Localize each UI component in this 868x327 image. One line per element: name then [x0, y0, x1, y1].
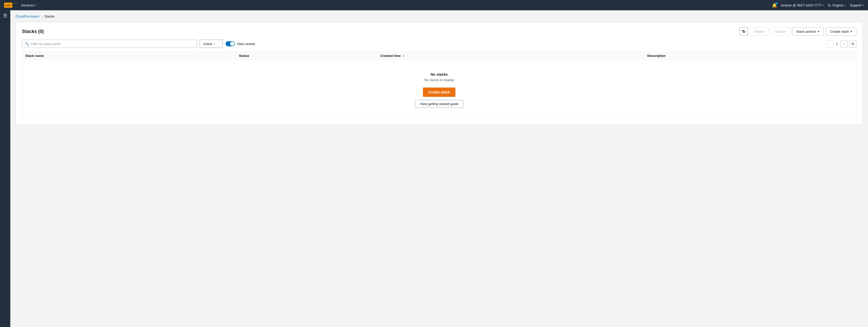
empty-state-title: No stacks [28, 72, 850, 76]
col-status: Status [236, 52, 377, 60]
toolbar-row: 🔍 Active ▾ View nested [22, 40, 857, 48]
aws-logo-box: aws [4, 3, 12, 8]
main-content: CloudFormation › Stacks Stacks (0) ↻ Del… [10, 10, 868, 327]
create-stack-caret-icon: ▾ [850, 30, 852, 33]
filter-dropdown[interactable]: Active ▾ [200, 40, 223, 48]
col-created-time[interactable]: Created time ▼ [377, 52, 644, 60]
refresh-button[interactable]: ↻ [739, 27, 748, 36]
sort-icon: ▼ [403, 55, 405, 57]
empty-create-stack-label: Create stack [428, 90, 450, 94]
breadcrumb-separator: › [41, 15, 42, 18]
view-nested-label: View nested [237, 42, 255, 46]
account-label: keshav @ 9827-1633-7777 [781, 3, 822, 7]
page-number: 1 [835, 42, 839, 46]
col-description: Description [644, 52, 856, 60]
bell-icon[interactable]: 🔔 [772, 3, 777, 8]
region-menu[interactable]: N. Virginia ▾ [828, 3, 846, 7]
filter-select-wrapper: Active ▾ [200, 40, 223, 48]
empty-state: No stacks No stacks to display Create st… [22, 60, 856, 118]
table-settings-button[interactable]: ⚙ [849, 40, 857, 47]
getting-started-guide-button[interactable]: View getting started guide [415, 100, 463, 108]
view-nested-toggle-wrapper: View nested [225, 41, 255, 46]
filter-label: Active [203, 42, 212, 46]
support-label: Support [850, 3, 862, 7]
empty-state-row: No stacks No stacks to display Create st… [22, 60, 856, 119]
search-wrapper: 🔍 [22, 40, 197, 48]
sidebar: ☰ [0, 10, 10, 327]
update-button[interactable]: Update [770, 27, 790, 36]
stack-actions-caret-icon: ▾ [818, 30, 819, 33]
stacks-card: Stacks (0) ↻ Delete Update Stack actions… [16, 22, 863, 125]
search-input[interactable] [31, 42, 194, 46]
nav-right: 🔔 keshav @ 9827-1633-7777 ▾ N. Virginia … [772, 3, 864, 8]
card-title: Stacks (0) [22, 29, 44, 34]
breadcrumb-current: Stacks [44, 14, 55, 18]
card-actions: ↻ Delete Update Stack actions ▾ Create s… [739, 27, 857, 36]
prev-page-button[interactable]: ‹ [826, 40, 833, 47]
region-label: N. Virginia [828, 3, 843, 7]
prev-icon: ‹ [829, 42, 830, 46]
stack-actions-button[interactable]: Stack actions ▾ [792, 27, 824, 36]
stack-actions-label: Stack actions [796, 30, 816, 33]
account-caret-icon: ▾ [823, 4, 824, 7]
table-body: No stacks No stacks to display Create st… [22, 60, 856, 119]
refresh-icon: ↻ [742, 29, 745, 34]
layout: ☰ CloudFormation › Stacks Stacks (0) ↻ D… [0, 10, 868, 327]
create-stack-button[interactable]: Create stack ▾ [826, 27, 857, 36]
next-page-button[interactable]: › [840, 40, 848, 47]
filter-caret-icon: ▾ [214, 42, 215, 45]
breadcrumb-cloudformation-link[interactable]: CloudFormation [16, 14, 39, 18]
getting-started-guide-label: View getting started guide [420, 102, 458, 106]
search-icon: 🔍 [25, 42, 29, 46]
bell-notification-dot [775, 2, 778, 4]
next-icon: › [843, 42, 844, 46]
support-caret-icon: ▾ [863, 4, 864, 7]
region-caret-icon: ▾ [844, 4, 845, 7]
pagination: ‹ 1 › ⚙ [826, 40, 857, 47]
support-menu[interactable]: Support ▾ [850, 3, 864, 7]
top-nav: aws ⌒ Services ▾ 🔔 keshav @ 9827-1633-77… [0, 0, 868, 10]
create-stack-label: Create stack [830, 30, 849, 33]
card-header: Stacks (0) ↻ Delete Update Stack actions… [22, 27, 857, 36]
aws-smile-icon: ⌒ [13, 3, 18, 7]
delete-button[interactable]: Delete [750, 27, 768, 36]
toggle-thumb [230, 42, 234, 46]
update-label: Update [775, 30, 785, 33]
aws-logo[interactable]: aws ⌒ [4, 3, 18, 8]
services-nav[interactable]: Services ▾ [21, 3, 36, 7]
view-nested-toggle[interactable] [225, 41, 235, 46]
delete-label: Delete [754, 30, 764, 33]
table-wrapper: Stack name Status Created time ▼ Descrip… [22, 52, 857, 119]
services-label: Services [21, 3, 34, 7]
col-stack-name: Stack name [22, 52, 236, 60]
stacks-table: Stack name Status Created time ▼ Descrip… [22, 52, 856, 118]
account-menu[interactable]: keshav @ 9827-1633-7777 ▾ [781, 3, 824, 7]
breadcrumb: CloudFormation › Stacks [16, 14, 863, 18]
empty-state-subtitle: No stacks to display [28, 78, 850, 82]
empty-create-stack-button[interactable]: Create stack [423, 88, 455, 97]
table-header: Stack name Status Created time ▼ Descrip… [22, 52, 856, 60]
empty-state-actions: Create stack View getting started guide [28, 88, 850, 108]
services-caret-icon: ▾ [35, 4, 36, 7]
hamburger-menu-icon[interactable]: ☰ [3, 13, 7, 18]
settings-icon: ⚙ [851, 42, 855, 46]
